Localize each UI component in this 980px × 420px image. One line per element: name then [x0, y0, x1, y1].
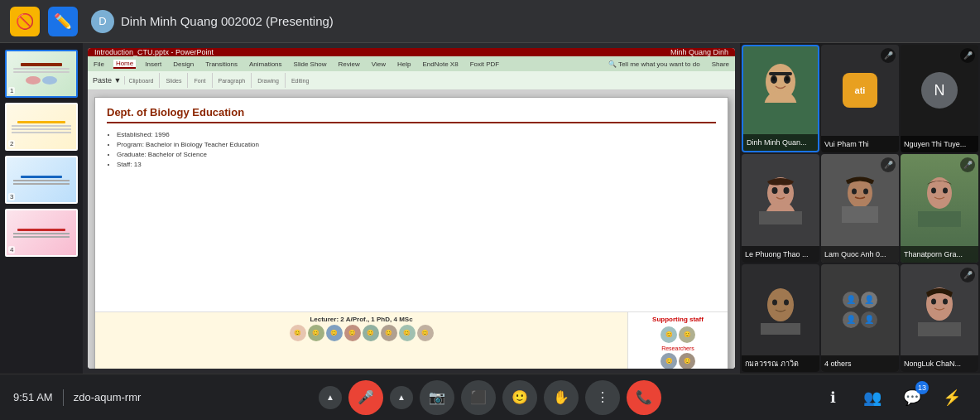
- ppt-title-right: Minh Quang Dinh: [670, 48, 728, 56]
- video-cell-6[interactable]: 🎤 Thanatporn Gra...: [901, 154, 978, 262]
- ppt-toolbar: Paste ▼ Clipboard Slides Font Paragraph …: [88, 71, 735, 89]
- researcher-avatar-2: 😊: [679, 353, 695, 369]
- menu-endnote[interactable]: EndNote X8: [420, 60, 460, 68]
- end-call-button[interactable]: 📞: [627, 380, 661, 415]
- svg-rect-2: [756, 103, 805, 119]
- toolbar-slides: Slides: [166, 78, 181, 84]
- lecturer-avatar-1: 😊: [290, 325, 306, 341]
- no-video-icon[interactable]: 🚫: [10, 7, 40, 36]
- present-icon: ⬛: [470, 389, 487, 405]
- video-cell-1[interactable]: Dinh Minh Quan...: [742, 45, 819, 152]
- menu-insert[interactable]: Insert: [142, 60, 164, 68]
- bullet-3: Graduate: Bachelor of Science: [117, 150, 716, 160]
- svg-rect-28: [918, 322, 961, 336]
- activities-icon: ⚡: [943, 389, 961, 407]
- slide-thumb-2[interactable]: 2: [5, 103, 78, 151]
- video-cell-8[interactable]: 👤 👤 👤 👤 4 others: [821, 264, 899, 372]
- mute-button[interactable]: 🎤: [348, 380, 383, 415]
- mic-expand-button[interactable]: ▲: [319, 386, 342, 409]
- slide-thumb-4[interactable]: 4: [5, 209, 78, 257]
- presenter-name: Dinh Minh Quang 002002 (Presenting): [121, 14, 334, 28]
- svg-point-23: [784, 299, 789, 305]
- video-name-4: Le Phuong Thao ...: [742, 246, 819, 263]
- lecturer-avatar-2: 😊: [308, 325, 324, 341]
- menu-design[interactable]: Design: [171, 60, 196, 68]
- svg-rect-7: [769, 72, 792, 75]
- bullet-4: Staff: 13: [117, 160, 716, 170]
- meeting-code: zdo-aqum-rmr: [74, 391, 142, 403]
- menu-view[interactable]: View: [369, 60, 388, 68]
- raise-hand-button[interactable]: ✋: [544, 380, 579, 415]
- bottom-bar: 9:51 AM zdo-aqum-rmr ▲ 🎤 ▲ 📷 ⬛ 🙂 ✋ ⋮: [0, 374, 980, 420]
- svg-point-26: [931, 299, 936, 305]
- more-options-button[interactable]: ⋮: [585, 380, 620, 415]
- menu-file[interactable]: File: [91, 60, 107, 68]
- person7-face: [759, 285, 802, 335]
- menu-transitions[interactable]: Transitions: [203, 60, 240, 68]
- edit-symbol: ✏️: [54, 12, 72, 31]
- camera-icon: 📷: [429, 389, 445, 405]
- lecturers-title: Lecturer: 2 A/Prof., 1 PhD, 4 MSc: [98, 316, 624, 323]
- svg-rect-10: [759, 211, 802, 224]
- menu-foxit[interactable]: Foxit PDF: [468, 60, 502, 68]
- slide-thumb-3[interactable]: 3: [5, 156, 78, 204]
- svg-point-14: [852, 189, 857, 195]
- bottom-right: ℹ 👥 💬 13 ⚡: [818, 383, 967, 413]
- menu-search[interactable]: 🔍 Tell me what you want to do: [606, 60, 703, 68]
- main-content: 1 2 3: [0, 43, 980, 374]
- chat-button[interactable]: 💬 13: [897, 383, 927, 413]
- edit-icon-box[interactable]: ✏️: [48, 7, 78, 36]
- video-grid: Dinh Minh Quan... 🎤 ati Vui Pham Thi 🎤 N…: [740, 43, 980, 374]
- participant-name-5: Lam Quoc Anh 0...: [824, 250, 886, 258]
- top-bar: 🚫 ✏️ D Dinh Minh Quang 002002 (Presentin…: [0, 0, 980, 43]
- slide-thumbnails: 1 2 3: [0, 43, 83, 374]
- video-cell-5[interactable]: 🎤 Lam Quoc Anh 0...: [821, 154, 899, 262]
- participant-name-6: Thanatporn Gra...: [904, 250, 963, 258]
- slide-main-content: Dept. of Biology Education Established: …: [95, 98, 728, 178]
- video-avatar-8: 👤 👤 👤 👤: [821, 264, 899, 355]
- menu-slideshow[interactable]: Slide Show: [291, 60, 329, 68]
- slide-container: 1 2 3: [0, 43, 740, 374]
- toolbar-editing: Editing: [291, 78, 309, 84]
- video-avatar-3: N: [901, 45, 978, 136]
- camera-button[interactable]: 📷: [420, 380, 454, 415]
- support-avatar-2: 😊: [679, 326, 695, 343]
- video-cell-3[interactable]: 🎤 N Nguyen Thi Tuye...: [901, 45, 978, 152]
- slide-lecturers: Lecturer: 2 A/Prof., 1 PhD, 4 MSc 😊 😊 😊 …: [95, 312, 628, 369]
- person1-face: [756, 61, 805, 119]
- lecturer-avatar-7: 😊: [399, 325, 416, 341]
- svg-rect-16: [842, 206, 878, 223]
- video-avatar-9: [901, 264, 978, 355]
- menu-home[interactable]: Home: [113, 60, 136, 69]
- researchers-label: Researchers: [632, 345, 724, 351]
- thumb-num-2: 2: [8, 140, 15, 147]
- menu-help[interactable]: Help: [395, 60, 413, 68]
- slide-support: Supporting staff 😊 😊 Researchers 😊: [628, 312, 728, 369]
- chat-badge: 13: [915, 381, 929, 394]
- slide-bottom-section: Lecturer: 2 A/Prof., 1 PhD, 4 MSc 😊 😊 😊 …: [95, 311, 728, 369]
- video-cell-9[interactable]: 🎤 NongLuk ChaN...: [901, 264, 978, 372]
- activities-button[interactable]: ⚡: [937, 383, 967, 413]
- video-cell-4[interactable]: Le Phuong Thao ...: [742, 154, 819, 262]
- present-button[interactable]: ⬛: [461, 380, 496, 415]
- info-button[interactable]: ℹ: [818, 383, 848, 413]
- ppt-slide: Dept. of Biology Education Established: …: [94, 97, 728, 369]
- ppt-slide-area: Dept. of Biology Education Established: …: [88, 90, 735, 369]
- slide-bullets: Established: 1996 Program: Bachelor in B…: [107, 130, 716, 170]
- video-cell-2[interactable]: 🎤 ati Vui Pham Thi: [821, 45, 899, 152]
- svg-rect-24: [761, 323, 800, 335]
- menu-animations[interactable]: Animations: [247, 60, 285, 68]
- toolbar-paragraph: Paragraph: [219, 78, 246, 84]
- participant-name-4: Le Phuong Thao ...: [745, 250, 808, 258]
- toolbar-clipboard: Clipboard: [128, 78, 153, 84]
- menu-share[interactable]: Share: [709, 60, 732, 68]
- slide-thumb-1[interactable]: 1: [5, 50, 78, 98]
- people-button[interactable]: 👥: [858, 383, 887, 413]
- toolbar-paste[interactable]: Paste ▼: [93, 76, 125, 84]
- svg-point-5: [772, 77, 776, 81]
- video-cell-7[interactable]: กมลวรรณ ภาวิต: [742, 264, 819, 372]
- emoji-button[interactable]: 🙂: [502, 380, 537, 415]
- cam-expand-button[interactable]: ▲: [390, 386, 413, 409]
- menu-review[interactable]: Review: [336, 60, 363, 68]
- video-name-2: Vui Pham Thi: [821, 136, 899, 152]
